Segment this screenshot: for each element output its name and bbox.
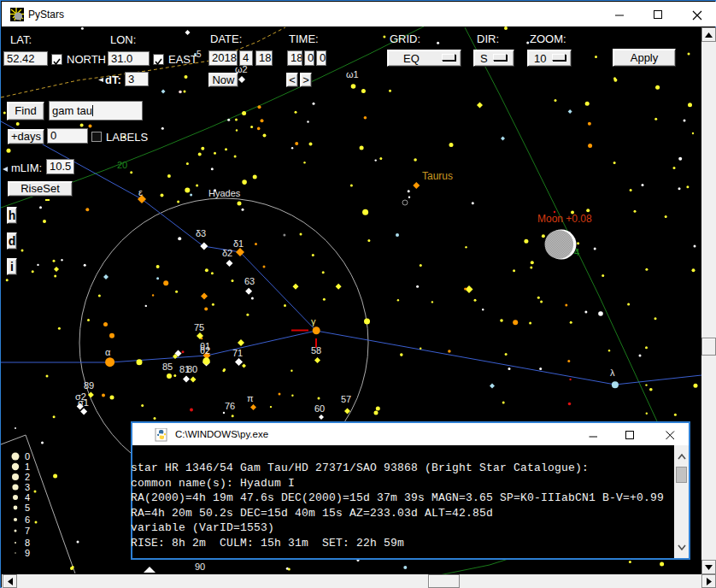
svg-text:8: 8 xyxy=(25,538,30,548)
svg-text:δ2: δ2 xyxy=(222,248,232,258)
svg-text:θ2: θ2 xyxy=(200,345,210,356)
svg-text:α: α xyxy=(105,347,111,357)
svg-text:20: 20 xyxy=(117,160,127,170)
svg-text:76: 76 xyxy=(225,401,235,411)
svg-text:2: 2 xyxy=(25,472,30,482)
svg-text:85: 85 xyxy=(162,362,173,372)
svg-text:ε: ε xyxy=(138,187,143,197)
svg-text:Taurus: Taurus xyxy=(422,170,453,182)
svg-text:ω1: ω1 xyxy=(346,69,359,79)
svg-text:7: 7 xyxy=(25,526,30,536)
svg-text:δ1: δ1 xyxy=(233,238,244,249)
svg-text:90: 90 xyxy=(195,562,205,572)
svg-text:71: 71 xyxy=(232,348,243,358)
svg-text:80: 80 xyxy=(187,364,197,374)
svg-text:1: 1 xyxy=(25,462,30,472)
svg-text:6: 6 xyxy=(25,514,30,525)
svg-text:89: 89 xyxy=(84,380,94,391)
svg-text:60: 60 xyxy=(314,403,325,414)
svg-text:λ: λ xyxy=(610,368,615,378)
svg-text:57: 57 xyxy=(341,394,351,404)
svg-text:4: 4 xyxy=(574,247,579,257)
svg-text:σ1: σ1 xyxy=(78,397,89,408)
svg-text:γ: γ xyxy=(311,316,316,326)
svg-text:4: 4 xyxy=(25,492,30,503)
svg-text:δ3: δ3 xyxy=(196,228,206,238)
svg-text:63: 63 xyxy=(244,276,255,286)
svg-text:9: 9 xyxy=(25,548,30,558)
svg-text:Hyades: Hyades xyxy=(208,188,241,198)
svg-text:58: 58 xyxy=(311,345,321,356)
svg-text:0: 0 xyxy=(25,451,30,462)
svg-text:3: 3 xyxy=(25,482,30,492)
svg-text:5: 5 xyxy=(25,503,30,513)
svg-text:Moon +0.08: Moon +0.08 xyxy=(537,213,592,225)
svg-text:π: π xyxy=(247,393,254,403)
svg-text:75: 75 xyxy=(194,322,204,332)
